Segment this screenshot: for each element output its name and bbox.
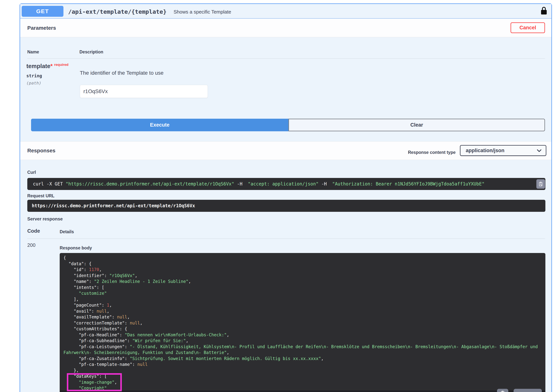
details-column-header: Details: [60, 229, 74, 234]
endpoint-path: /api-ext/template/{template}: [68, 8, 167, 15]
request-url-label: Request URL: [27, 193, 54, 198]
server-response-label: Server response: [27, 216, 63, 222]
response-download-button[interactable]: [514, 389, 542, 392]
required-asterisk: *: [50, 63, 52, 69]
clear-button[interactable]: Clear: [288, 119, 545, 131]
code-column-header: Code: [27, 228, 40, 234]
copy-to-clipboard-button[interactable]: [536, 179, 545, 189]
column-description: Description: [79, 50, 103, 55]
auth-lock-icon[interactable]: [540, 6, 548, 15]
response-content-type-label: Response content type: [399, 150, 456, 155]
curl-command: curl -X GET "https://rissc.demo.printfor…: [27, 178, 545, 190]
param-description: The identifier of the Template to use: [80, 70, 164, 76]
curl-label: Curl: [27, 170, 36, 175]
param-location: (path): [26, 81, 41, 85]
parameters-title: Parameters: [27, 25, 56, 31]
response-body-label: Response body: [60, 246, 92, 251]
response-table-divider: [27, 239, 545, 239]
status-code: 200: [27, 242, 35, 248]
response-body-json: { "data": { "id": 1170, "identifier": "r…: [60, 253, 545, 392]
horizontal-scrollbar[interactable]: [60, 391, 545, 392]
endpoint-summary: Shows a specific Template: [174, 9, 231, 15]
request-url-value: https://rissc.demo.printformer.net/api-e…: [27, 200, 545, 212]
response-copy-button[interactable]: [497, 389, 508, 392]
response-content-type-select[interactable]: application/json: [460, 145, 546, 156]
chevron-down-icon: [537, 148, 542, 153]
parameters-bar: [20, 19, 551, 37]
response-content-type-value: application/json: [466, 148, 505, 153]
required-label: required: [54, 63, 69, 67]
column-name: Name: [27, 50, 39, 55]
table-divider: [27, 59, 545, 59]
execute-button[interactable]: Execute: [31, 119, 288, 131]
template-input[interactable]: [80, 85, 208, 98]
param-name: template*required: [26, 63, 69, 70]
responses-title: Responses: [27, 148, 55, 154]
param-type: string: [26, 73, 42, 78]
cancel-button[interactable]: Cancel: [511, 22, 545, 33]
method-badge: GET: [22, 6, 63, 17]
